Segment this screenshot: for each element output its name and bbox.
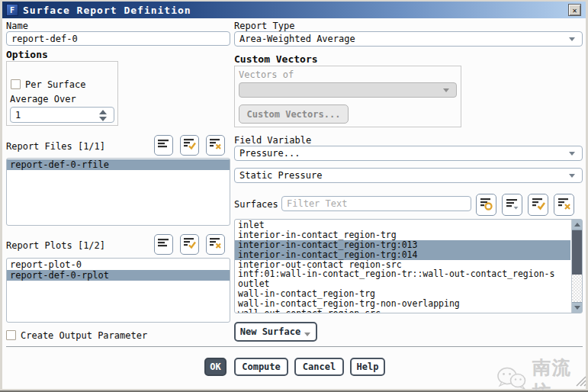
chevron-down-icon xyxy=(569,174,575,178)
surfaces-deselect-all-button[interactable] xyxy=(554,194,574,216)
watermark: 南流坊 xyxy=(496,355,588,392)
list-item[interactable]: interior-in-contact_region-trg:013 xyxy=(235,240,570,250)
surfaces-highlight-button[interactable] xyxy=(476,194,496,216)
field-variable-label: Field Variable xyxy=(234,135,311,146)
list-check-icon xyxy=(183,236,196,252)
list-item[interactable]: report-def-0-rplot xyxy=(7,270,230,281)
list-item[interactable]: outlet xyxy=(235,279,570,289)
report-plots-label: Report Plots [1/2] xyxy=(6,240,105,251)
vectors-of-label: Vectors of xyxy=(239,69,294,80)
create-output-parameter-label: Create Output Parameter xyxy=(21,330,147,341)
resize-grip-icon[interactable] xyxy=(576,375,586,390)
list-item[interactable]: interior-in-contact_region-trg xyxy=(235,230,570,240)
close-icon[interactable]: ✕ xyxy=(568,4,581,16)
new-surface-button[interactable]: New Surface xyxy=(234,322,317,342)
ok-button[interactable]: OK xyxy=(204,358,227,376)
cancel-button[interactable]: Cancel xyxy=(294,358,344,376)
name-input[interactable] xyxy=(6,31,230,46)
report-files-deselect-all-button[interactable] xyxy=(206,135,225,156)
field-category-value: Pressure... xyxy=(239,148,300,159)
list-lines-icon xyxy=(157,236,170,252)
stepper-down-icon[interactable] xyxy=(99,117,107,121)
scrollbar-thumb[interactable] xyxy=(572,230,582,275)
list-check-icon xyxy=(532,197,545,214)
list-item[interactable]: wall-in-contact_region-trg-non-overlappi… xyxy=(235,299,570,309)
report-plots-deselect-all-button[interactable] xyxy=(206,234,225,255)
report-plots-list[interactable]: report-plot-0report-def-0-rplot xyxy=(6,258,230,323)
compute-button[interactable]: Compute xyxy=(234,358,288,376)
list-circle-icon xyxy=(480,197,493,214)
stepper-up-icon[interactable] xyxy=(99,110,107,114)
scroll-up-icon[interactable] xyxy=(572,220,582,230)
chevron-down-icon xyxy=(569,37,575,41)
scroll-down-icon[interactable] xyxy=(572,302,582,313)
list-item[interactable]: intf:01:wall-in-contact_region-tr::wall-… xyxy=(235,269,570,279)
report-files-list[interactable]: report-def-0-rfile xyxy=(6,158,230,226)
per-surface-label: Per Surface xyxy=(25,79,85,90)
average-over-label: Average Over xyxy=(10,94,76,104)
chevron-down-icon xyxy=(304,333,310,336)
name-label: Name xyxy=(6,21,28,31)
list-item[interactable]: interior-out-contact_region-src xyxy=(235,260,570,270)
vectors-of-dropdown xyxy=(239,82,457,98)
list-cross-icon xyxy=(557,197,571,214)
report-files-select-all-button[interactable] xyxy=(180,135,199,156)
list-item[interactable]: inlet xyxy=(235,220,570,230)
field-value: Static Pressure xyxy=(239,170,322,181)
list-item[interactable]: report-def-0-rfile xyxy=(7,159,230,170)
list-check-icon xyxy=(183,137,196,153)
create-output-parameter-checkbox[interactable] xyxy=(6,330,16,340)
list-lines-icon xyxy=(157,137,170,153)
field-value-dropdown[interactable]: Static Pressure xyxy=(234,168,583,183)
list-item[interactable]: wall-in-contact_region-trg xyxy=(235,289,570,299)
list-item[interactable]: interior-in-contact_region-trg:014 xyxy=(235,250,570,260)
average-over-value: 1 xyxy=(15,110,21,120)
options-label: Options xyxy=(6,49,48,60)
report-type-dropdown[interactable]: Area-Weighted Average xyxy=(234,31,583,47)
surface-report-definition-dialog: F Surface Report Definition ✕ Name Optio… xyxy=(0,0,588,392)
surfaces-group-options-button[interactable] xyxy=(502,194,522,216)
list-cross-icon xyxy=(209,137,222,153)
help-button[interactable]: Help xyxy=(350,358,385,376)
list-arrow-icon xyxy=(506,197,519,214)
report-files-list-button[interactable] xyxy=(154,135,173,156)
list-item[interactable]: report-plot-0 xyxy=(7,259,230,270)
report-type-value: Area-Weighted Average xyxy=(239,34,355,44)
report-plots-select-all-button[interactable] xyxy=(180,234,199,255)
footer-divider xyxy=(6,346,583,347)
field-category-dropdown[interactable]: Pressure... xyxy=(234,146,583,161)
fluent-app-icon: F xyxy=(6,4,18,16)
report-type-label: Report Type xyxy=(234,21,294,31)
custom-vectors-button: Custom Vectors... xyxy=(239,104,349,124)
surfaces-list[interactable]: inletinterior-in-contact_region-trginter… xyxy=(234,219,583,313)
surfaces-label: Surfaces xyxy=(234,199,278,210)
window-title: Surface Report Definition xyxy=(23,5,191,16)
custom-vectors-label: Custom Vectors xyxy=(234,53,318,65)
list-item[interactable]: wall-out-contact_region-src xyxy=(235,309,570,313)
wechat-logo-icon xyxy=(496,365,528,392)
surfaces-scrollbar[interactable] xyxy=(571,220,582,313)
per-surface-checkbox[interactable] xyxy=(11,79,21,89)
surfaces-filter-input[interactable] xyxy=(281,196,471,211)
chevron-down-icon xyxy=(443,88,449,92)
surfaces-select-all-button[interactable] xyxy=(528,194,548,216)
report-plots-list-button[interactable] xyxy=(154,234,173,255)
list-cross-icon xyxy=(209,236,222,252)
report-files-label: Report Files [1/1] xyxy=(6,141,105,152)
title-bar[interactable]: F Surface Report Definition ✕ xyxy=(2,2,586,18)
chevron-down-icon xyxy=(569,152,575,156)
